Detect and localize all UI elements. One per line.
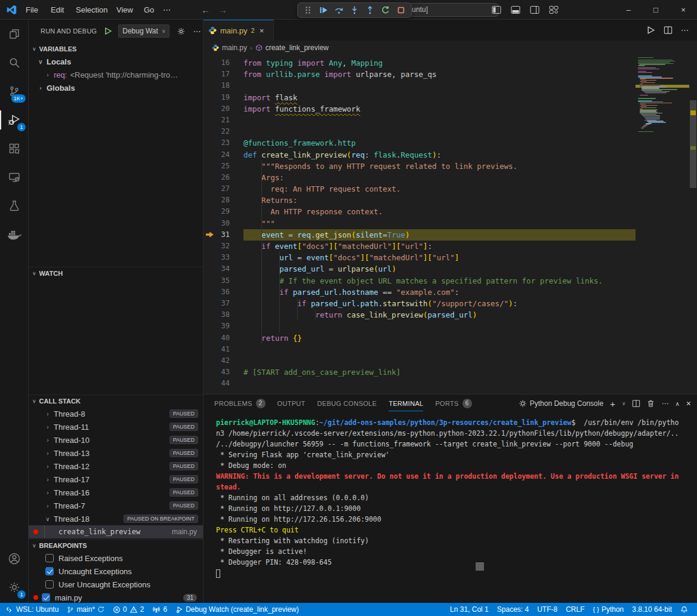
line-number[interactable]: 36 — [215, 287, 230, 298]
line-number[interactable]: 21 — [215, 115, 230, 126]
code-line-32[interactable]: 32 if event["docs"]["matchedUrl"]["url"]… — [203, 241, 636, 252]
editor-more-actions-icon[interactable]: ⋯ — [681, 26, 689, 35]
breakpoints-section-header[interactable]: ∨ BREAKPOINTS — [29, 539, 203, 552]
terminal-profile[interactable]: Python Debug Console — [519, 399, 603, 408]
problems-status[interactable]: 0 2 — [109, 603, 148, 616]
run-and-debug-icon[interactable]: 1 — [0, 106, 29, 134]
debug-step-into-icon[interactable] — [348, 4, 361, 17]
line-number[interactable]: 28 — [215, 195, 230, 206]
gutter[interactable] — [203, 378, 215, 389]
code-line-18[interactable]: 18 — [203, 80, 636, 91]
source-control-icon[interactable]: 1K+ — [0, 77, 29, 106]
checkbox[interactable] — [45, 567, 54, 575]
close-panel-icon[interactable]: × — [686, 399, 691, 408]
debug-session-status[interactable]: Debug Watch (create_link_preview) — [171, 603, 303, 616]
gutter[interactable] — [203, 149, 215, 161]
callstack-thread-thread-11[interactable]: ›Thread-11PAUSED — [29, 420, 203, 433]
panel-tab-ports[interactable]: PORTS6 — [430, 395, 476, 412]
locals-row[interactable]: ∨ Locals — [29, 55, 203, 68]
code-line-40[interactable]: 40 return {} — [203, 332, 636, 344]
code-line-20[interactable]: 20import functions_framework — [203, 103, 636, 115]
code-line-38[interactable]: 38 return case_link_preview(parsed_url) — [203, 309, 636, 321]
toggle-sidebar-icon[interactable] — [492, 5, 501, 14]
line-number[interactable]: 27 — [215, 183, 230, 195]
checkbox[interactable] — [42, 593, 50, 602]
code-line-23[interactable]: 23@functions_framework.http — [203, 137, 636, 149]
breadcrumb-symbol[interactable]: create_link_preview — [266, 44, 329, 52]
new-terminal-icon[interactable]: + — [610, 399, 615, 409]
line-number[interactable]: 17 — [215, 69, 230, 80]
code-line-31[interactable]: 31 event = req.get_json(silent=True) — [203, 229, 636, 241]
panel-tab-terminal[interactable]: TERMINAL — [384, 395, 428, 412]
code-line-42[interactable]: 42 — [203, 355, 636, 366]
debug-restart-icon[interactable] — [379, 4, 392, 17]
variables-section-header[interactable]: ∨ VARIABLES — [29, 42, 203, 55]
notifications-bell[interactable] — [676, 603, 692, 616]
code-line-33[interactable]: 33 url = event["docs"]["matchedUrl"]["ur… — [203, 252, 636, 263]
gutter[interactable] — [203, 321, 215, 332]
forward-arrow-icon[interactable]: → — [218, 5, 227, 15]
testing-beaker-icon[interactable] — [0, 192, 29, 220]
menu-edit[interactable]: Edit — [45, 0, 69, 20]
breakpoint-uncaught-exceptions[interactable]: Uncaught Exceptions — [29, 565, 203, 578]
minimap[interactable] — [636, 55, 689, 394]
indentation[interactable]: Spaces: 4 — [493, 603, 533, 616]
toggle-panel-icon[interactable] — [511, 5, 520, 14]
code-line-44[interactable]: 44 — [203, 378, 636, 389]
menu-more[interactable]: ⋯ — [158, 0, 176, 20]
code-editor[interactable]: 16from typing import Any, Mapping17from … — [203, 55, 697, 394]
callstack-thread-thread-18[interactable]: ∨Thread-18PAUSED ON BREAKPOINT — [29, 512, 203, 525]
terminal-output[interactable]: pierrick@LAPTOP-HKU5PNNG:~/git/add-ons-s… — [216, 417, 692, 599]
gutter[interactable] — [203, 92, 215, 103]
checkbox[interactable] — [45, 580, 54, 589]
menu-view[interactable]: View — [111, 0, 138, 20]
callstack-thread-thread-8[interactable]: ›Thread-8PAUSED — [29, 407, 203, 420]
gutter[interactable] — [203, 309, 215, 321]
gutter[interactable] — [203, 69, 215, 80]
gutter[interactable] — [203, 137, 215, 149]
gutter[interactable] — [203, 126, 215, 137]
debug-step-over-icon[interactable] — [332, 4, 346, 17]
maximize-panel-icon[interactable]: ∧ — [675, 401, 679, 407]
line-number[interactable]: 41 — [215, 344, 230, 355]
line-number[interactable]: 43 — [215, 366, 230, 378]
drag-grip-icon[interactable] — [301, 4, 314, 17]
line-number[interactable]: 25 — [215, 161, 230, 172]
command-center[interactable]: Ubuntu] — [401, 3, 499, 17]
menu-go[interactable]: Go — [138, 0, 159, 20]
tab-main-py[interactable]: main.py 2 × — [203, 20, 274, 41]
gutter[interactable] — [203, 80, 215, 91]
breadcrumb[interactable]: main.py › create_link_preview — [203, 41, 697, 55]
split-editor-icon[interactable] — [664, 26, 673, 35]
gutter[interactable] — [203, 252, 215, 263]
code-line-43[interactable]: 43# [START add_ons_case_preview_link] — [203, 366, 636, 378]
debug-step-out-icon[interactable] — [363, 4, 377, 17]
menu-file[interactable]: File — [20, 0, 44, 20]
breakpoint-raised-exceptions[interactable]: Raised Exceptions — [29, 552, 203, 565]
code-line-21[interactable]: 21 — [203, 115, 636, 126]
gutter[interactable] — [203, 195, 215, 206]
line-number[interactable]: 22 — [215, 126, 230, 137]
accounts-icon[interactable] — [0, 544, 29, 573]
minimize-button[interactable]: – — [615, 0, 642, 20]
gutter[interactable] — [203, 161, 215, 172]
debug-stop-icon[interactable] — [394, 4, 408, 17]
code-line-24[interactable]: 24def create_link_preview(req: flask.Req… — [203, 149, 636, 161]
line-number[interactable]: 40 — [215, 332, 230, 344]
language-mode[interactable]: { } Python — [589, 603, 628, 616]
line-number[interactable]: 18 — [215, 80, 230, 91]
back-arrow-icon[interactable]: ← — [201, 5, 210, 15]
line-number[interactable]: 42 — [215, 355, 230, 366]
checkbox[interactable] — [45, 554, 54, 562]
panel-tab-output[interactable]: OUTPUT — [273, 395, 310, 412]
watch-section-header[interactable]: ∨ WATCH — [29, 267, 203, 279]
code-line-35[interactable]: 35 # If the event object URL matches a s… — [203, 275, 636, 287]
python-interpreter[interactable]: 3.8.10 64-bit — [628, 603, 676, 616]
gutter[interactable] — [203, 241, 215, 252]
code-line-19[interactable]: 19import flask — [203, 92, 636, 103]
line-number[interactable]: 37 — [215, 298, 230, 309]
debug-settings-gear-icon[interactable] — [177, 27, 186, 36]
code-line-30[interactable]: 30 """ — [203, 218, 636, 229]
variable-req-row[interactable]: › req: <Request 'http://charming-tro… — [29, 68, 203, 81]
callstack-thread-thread-16[interactable]: ›Thread-16PAUSED — [29, 486, 203, 499]
